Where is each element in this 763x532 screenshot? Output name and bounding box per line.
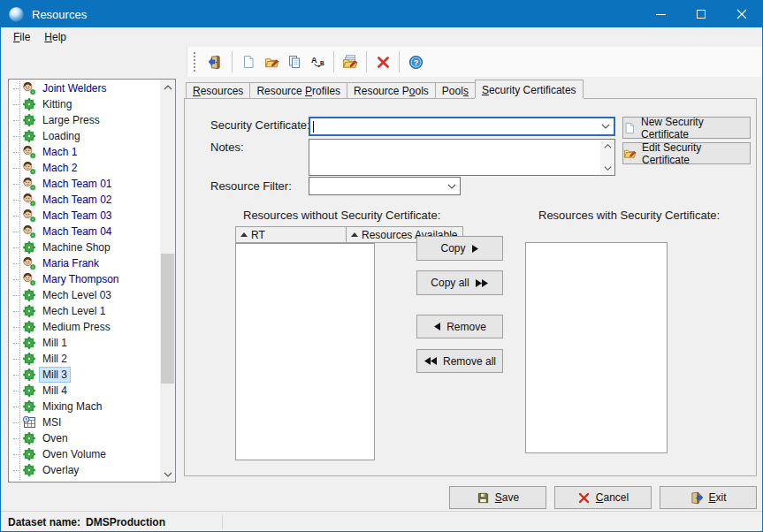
tab-strip: ResourcesResource ProfilesResource Pools… (186, 80, 583, 98)
copy-button[interactable] (283, 50, 306, 73)
tree-item[interactable]: Medium Press (9, 319, 160, 335)
tree-item[interactable]: Mill 4 (9, 383, 160, 399)
svg-text:?: ? (413, 57, 418, 66)
gear-icon (22, 288, 36, 302)
tab-pools[interactable]: Pools (435, 82, 476, 98)
gear-icon (22, 113, 36, 127)
tree-item[interactable]: Oven (9, 430, 160, 446)
notes-field[interactable] (309, 139, 615, 176)
scroll-up-button[interactable] (160, 80, 175, 95)
delete-icon (376, 55, 391, 70)
help-button[interactable]: ? (404, 50, 427, 73)
person-gear-icon (22, 193, 36, 207)
tree-item[interactable]: MSI (9, 414, 160, 430)
tab-resource-profiles[interactable]: Resource Profiles (249, 82, 347, 98)
security-certificates-page: Security Certificate: New Security Certi… (184, 98, 757, 476)
titlebar: Resources (1, 1, 762, 27)
notes-label: Notes: (210, 141, 244, 154)
tab-resources[interactable]: Resources (186, 82, 250, 98)
resize-grip[interactable] (757, 527, 759, 528)
gear-icon (22, 431, 36, 445)
resources-with-listbox[interactable] (525, 242, 668, 453)
tree-item[interactable]: Loading (9, 128, 160, 144)
maximize-icon (697, 10, 706, 19)
close-button[interactable] (721, 1, 762, 27)
tab-control: ResourcesResource ProfilesResource Pools… (184, 80, 757, 476)
open-edit-button[interactable] (260, 50, 283, 73)
tree-item[interactable]: Mech Level 03 (9, 287, 160, 303)
tree-item[interactable]: Mach Team 02 (9, 192, 160, 208)
scroll-down-button[interactable] (160, 467, 175, 482)
close-icon (736, 9, 747, 19)
tree-item[interactable]: Mach Team 04 (9, 224, 160, 239)
tree-item[interactable]: Large Press (9, 112, 160, 128)
help-icon: ? (408, 55, 423, 70)
tree-item[interactable]: Kitting (9, 96, 160, 112)
tree-item[interactable]: Mixing Mach (9, 399, 160, 414)
copy-button[interactable]: Copy (416, 236, 503, 261)
tree-item[interactable]: Machine Shop (9, 239, 160, 255)
chevron-up-icon[interactable] (603, 141, 613, 151)
edit-security-certificate-button[interactable]: Edit Security Certificate (622, 142, 751, 164)
tree-item[interactable]: Mech Level 1 (9, 303, 160, 319)
person-gear-icon (22, 81, 36, 95)
edit-certificates-button[interactable] (339, 50, 362, 73)
tree-item[interactable]: Mach 2 (9, 160, 160, 176)
tree-item[interactable]: Mach 1 (9, 144, 160, 160)
new-security-certificate-button[interactable]: New Security Certificate (622, 117, 751, 139)
tree-item[interactable]: Mill 1 (9, 335, 160, 351)
rename-button[interactable]: A B (306, 50, 329, 73)
tree-item[interactable]: Oven Volume (9, 446, 160, 462)
menubar: FileHelp (1, 27, 762, 47)
new-button[interactable] (237, 50, 260, 73)
resource-filter-input[interactable] (309, 178, 444, 194)
chevron-down-icon (163, 469, 173, 480)
tree-item[interactable]: Mach Team 01 (9, 176, 160, 192)
dropdown-button[interactable] (598, 118, 614, 134)
toolbar-drag-handle[interactable] (194, 52, 197, 72)
tree-item[interactable]: Mary Thompson (9, 271, 160, 287)
svg-text:B: B (320, 60, 324, 66)
sort-ascending-icon (351, 232, 358, 238)
security-certificate-combobox[interactable] (309, 117, 615, 136)
scrollbar-thumb[interactable] (161, 254, 174, 384)
tree-item[interactable]: Mill 2 (9, 351, 160, 367)
copy-all-button[interactable]: Copy all (416, 270, 503, 295)
person-gear-icon (22, 145, 36, 159)
dropdown-button[interactable] (444, 178, 460, 194)
resource-filter-combobox[interactable] (309, 177, 461, 195)
maximize-button[interactable] (681, 1, 721, 27)
notes-text[interactable] (309, 140, 600, 175)
gear-icon (22, 240, 36, 255)
gear-icon (22, 352, 36, 366)
menu-help[interactable]: Help (37, 28, 73, 46)
remove-button[interactable]: Remove (416, 315, 503, 338)
remove-all-button[interactable]: Remove all (416, 349, 503, 373)
tree-item[interactable]: Mach Team 03 (9, 208, 160, 224)
minimize-button[interactable] (640, 1, 681, 27)
tab-security-certificates[interactable]: Security Certificates (475, 80, 584, 98)
cancel-button[interactable]: Cancel (554, 486, 652, 509)
tree-item[interactable]: Overlay (9, 462, 160, 478)
chevron-down-icon[interactable] (603, 163, 613, 173)
chevron-up-icon (163, 82, 173, 93)
tab-resource-pools[interactable]: Resource Pools (347, 82, 436, 98)
save-button[interactable]: Save (449, 486, 546, 509)
exit-button[interactable]: Exit (660, 486, 757, 509)
resource-tree: Joint Welders (8, 79, 176, 483)
tree-item[interactable]: Maria Frank (9, 255, 160, 271)
resource-filter-label: Resource Filter: (210, 179, 292, 193)
gear-icon (22, 97, 36, 111)
delete-button[interactable] (371, 50, 394, 73)
double-arrow-right-icon (475, 278, 489, 288)
exit-button[interactable] (204, 50, 227, 73)
window-controls (640, 1, 762, 27)
security-certificate-input[interactable] (314, 118, 598, 134)
tree-item[interactable]: Mill 3 (9, 367, 160, 383)
column-rt[interactable]: RT (235, 226, 347, 243)
toolbar-separator (333, 51, 334, 72)
resources-window: Resources FileHelp (0, 0, 763, 532)
menu-file[interactable]: File (6, 28, 37, 46)
tree-item[interactable]: Joint Welders (9, 80, 160, 96)
resources-without-listbox[interactable] (235, 243, 375, 460)
